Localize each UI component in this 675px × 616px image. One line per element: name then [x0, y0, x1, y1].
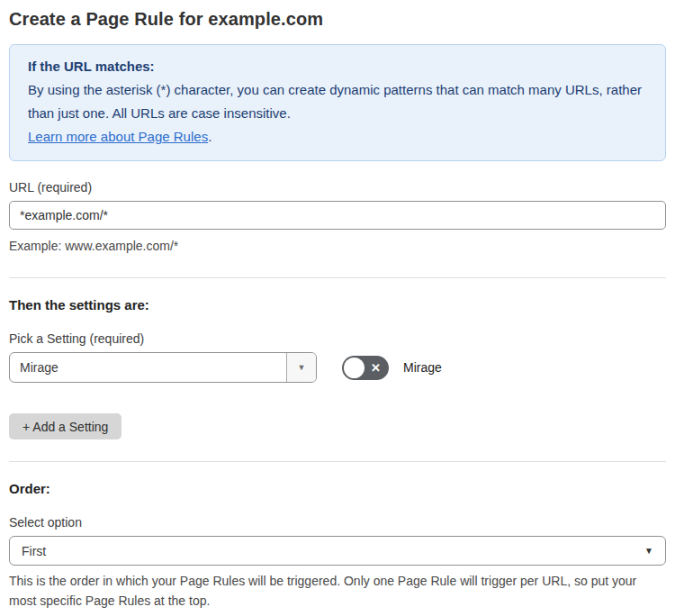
page-rule-form: Create a Page Rule for example.com If th… [0, 0, 675, 616]
toggle-setting-label: Mirage [403, 360, 442, 375]
setting-select[interactable]: Mirage ▼ [9, 352, 317, 383]
pick-setting-label: Pick a Setting (required) [9, 331, 666, 346]
chevron-down-icon: ▼ [298, 363, 306, 372]
info-body: By using the asterisk (*) character, you… [28, 78, 647, 125]
page-title: Create a Page Rule for example.com [9, 9, 666, 30]
setting-select-arrow-button[interactable]: ▼ [286, 353, 316, 382]
info-heading: If the URL matches: [28, 55, 647, 78]
url-example-helper: Example: www.example.com/* [9, 236, 666, 256]
info-link-line: Learn more about Page Rules. [28, 125, 647, 149]
order-select[interactable]: First ▼ [9, 536, 666, 566]
url-match-info-callout: If the URL matches: By using the asteris… [9, 44, 666, 161]
add-setting-button[interactable]: + Add a Setting [9, 413, 122, 439]
divider-order [9, 461, 666, 462]
setting-select-value: Mirage [10, 353, 286, 382]
divider-settings [9, 277, 666, 278]
select-option-label: Select option [9, 515, 666, 530]
toggle-off-x-icon: ✕ [371, 362, 381, 374]
mirage-toggle[interactable]: ✕ [342, 356, 389, 380]
setting-row: Mirage ▼ ✕ Mirage [9, 352, 666, 383]
settings-section-heading: Then the settings are: [9, 297, 666, 313]
order-section-heading: Order: [9, 481, 666, 496]
url-field-label: URL (required) [9, 180, 666, 195]
learn-more-link[interactable]: Learn more about Page Rules [28, 129, 208, 144]
url-input[interactable] [9, 201, 666, 230]
chevron-down-icon: ▼ [644, 546, 653, 556]
link-suffix: . [208, 129, 212, 144]
order-helper-text: This is the order in which your Page Rul… [9, 571, 666, 611]
mirage-toggle-wrap: ✕ Mirage [342, 356, 442, 380]
toggle-knob [344, 358, 364, 378]
order-select-value: First [22, 544, 644, 558]
